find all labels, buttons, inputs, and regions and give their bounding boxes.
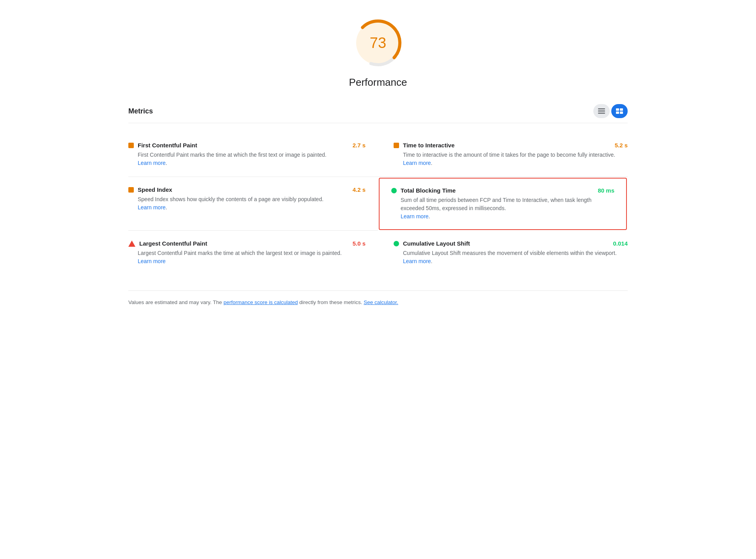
metric-cls-title-row: Cumulative Layout Shift	[394, 240, 470, 247]
si-name: Speed Index	[138, 186, 172, 193]
performance-score-link[interactable]: performance score is calculated	[224, 299, 298, 305]
svg-rect-7	[620, 108, 623, 111]
view-toggle	[593, 104, 628, 118]
svg-rect-3	[598, 108, 605, 110]
score-section: 73 Performance	[128, 16, 628, 88]
svg-rect-4	[598, 111, 605, 112]
tbt-icon	[391, 188, 397, 193]
tbt-value: 80 ms	[598, 187, 614, 194]
metrics-title: Metrics	[128, 107, 153, 115]
cls-icon	[394, 241, 399, 246]
metric-lcp-header: Largest Contentful Paint 5.0 s	[128, 240, 366, 247]
footer-text-before: Values are estimated and may vary. The	[128, 299, 224, 305]
fcp-description: First Contentful Paint marks the time at…	[138, 151, 366, 167]
metric-tbt: Total Blocking Time 80 ms Sum of all tim…	[379, 178, 627, 230]
footer-text-middle: directly from these metrics.	[299, 299, 364, 305]
cls-name: Cumulative Layout Shift	[403, 240, 470, 247]
si-description: Speed Index shows how quickly the conten…	[138, 195, 366, 212]
cls-value: 0.014	[613, 240, 628, 247]
score-value: 73	[370, 35, 386, 51]
metrics-grid: First Contentful Paint 2.7 s First Conte…	[128, 133, 628, 275]
lcp-description: Largest Contentful Paint marks the time …	[138, 249, 366, 265]
metric-lcp-title-row: Largest Contentful Paint	[128, 240, 207, 247]
metric-si: Speed Index 4.2 s Speed Index shows how …	[128, 177, 378, 231]
si-icon	[128, 187, 134, 193]
lcp-name: Largest Contentful Paint	[139, 240, 207, 247]
detail-view-button[interactable]	[611, 104, 628, 118]
svg-rect-8	[616, 111, 619, 114]
fcp-name: First Contentful Paint	[138, 142, 197, 149]
detail-view-icon	[616, 108, 623, 114]
cls-learn-more[interactable]: Learn more	[403, 258, 431, 264]
si-value: 4.2 s	[353, 186, 366, 193]
metric-fcp-header: First Contentful Paint 2.7 s	[128, 142, 366, 149]
footer-note: Values are estimated and may vary. The p…	[128, 290, 628, 306]
tti-value: 5.2 s	[615, 142, 628, 149]
tti-icon	[394, 143, 399, 148]
metrics-header: Metrics	[128, 104, 628, 123]
tti-description: Time to interactive is the amount of tim…	[403, 151, 628, 167]
metric-tti: Time to Interactive 5.2 s Time to intera…	[378, 133, 628, 177]
metric-tti-header: Time to Interactive 5.2 s	[394, 142, 628, 149]
svg-rect-9	[620, 111, 623, 114]
metric-tti-title-row: Time to Interactive	[394, 142, 454, 149]
svg-rect-6	[616, 108, 619, 111]
metric-tbt-header: Total Blocking Time 80 ms	[391, 187, 614, 194]
tbt-name: Total Blocking Time	[401, 187, 456, 194]
tbt-learn-more[interactable]: Learn more	[401, 213, 429, 219]
metric-si-title-row: Speed Index	[128, 186, 172, 193]
metric-cls: Cumulative Layout Shift 0.014 Cumulative…	[378, 231, 628, 275]
svg-rect-5	[598, 113, 605, 114]
lcp-icon	[128, 241, 135, 247]
lcp-learn-more[interactable]: Learn more	[138, 258, 166, 264]
fcp-icon	[128, 143, 134, 148]
tti-learn-more[interactable]: Learn more	[403, 160, 431, 166]
metric-fcp: First Contentful Paint 2.7 s First Conte…	[128, 133, 378, 177]
si-learn-more[interactable]: Learn more	[138, 204, 166, 211]
metric-si-header: Speed Index 4.2 s	[128, 186, 366, 193]
tti-name: Time to Interactive	[403, 142, 454, 149]
list-view-icon	[598, 108, 605, 114]
lcp-value: 5.0 s	[353, 240, 366, 247]
fcp-learn-more[interactable]: Learn more	[138, 160, 166, 166]
list-view-button[interactable]	[593, 104, 610, 118]
calculator-link[interactable]: See calculator.	[364, 299, 398, 305]
fcp-value: 2.7 s	[353, 142, 366, 149]
score-gauge: 73	[351, 16, 405, 70]
metric-fcp-title-row: First Contentful Paint	[128, 142, 197, 149]
metric-tbt-title-row: Total Blocking Time	[391, 187, 456, 194]
metric-cls-header: Cumulative Layout Shift 0.014	[394, 240, 628, 247]
metric-lcp: Largest Contentful Paint 5.0 s Largest C…	[128, 231, 378, 275]
cls-description: Cumulative Layout Shift measures the mov…	[403, 249, 628, 265]
tbt-description: Sum of all time periods between FCP and …	[401, 196, 614, 221]
